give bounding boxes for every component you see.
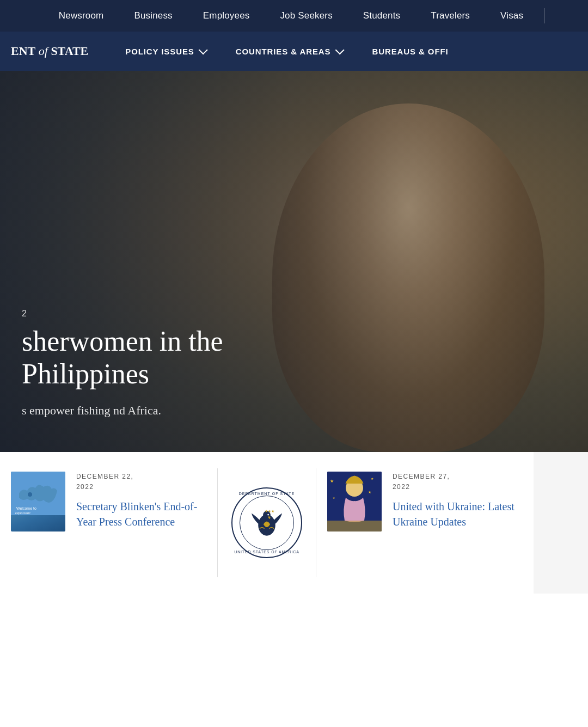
hero-label: 2 [22,309,240,319]
svg-point-6 [267,514,269,516]
seal-card: DEPARTMENT OF STATE [218,452,316,594]
seal-bottom-text: UNITED STATES OF AMERICA [234,550,299,554]
hero-section: 2 sherwomen in the Philippines s empower… [0,71,588,452]
chevron-down-icon [335,45,344,54]
nav-policy-issues[interactable]: POLICY ISSUES [110,32,220,71]
top-nav: Newsroom Business Employees Job Seekers … [0,0,588,32]
svg-text:★★★: ★★★ [265,509,274,513]
ukraine-thumb: ★ ★ ★ ★ [327,472,382,531]
main-nav-items: POLICY ISSUES COUNTRIES & AREAS BUREAUS … [110,32,588,71]
hero-subtitle: s empower fishing nd Africa. [22,401,240,419]
svg-text:★: ★ [368,490,371,494]
top-nav-business[interactable]: Business [119,10,187,21]
news-date-2: DECEMBER 27,2022 [393,472,520,492]
top-nav-job-seekers[interactable]: Job Seekers [265,10,347,21]
news-thumb-1: Welcome to Diplomatic [11,472,65,531]
svg-text:★: ★ [330,479,334,484]
news-text-1: DECEMBER 22,2022 Secretary Blinken's End… [76,472,204,529]
news-date-1: DECEMBER 22,2022 [76,472,204,492]
main-nav: ENT of STATE POLICY ISSUES COUNTRIES & A… [0,32,588,71]
svg-text:Welcome to: Welcome to [16,506,36,510]
news-card-1: Welcome to Diplomatic DECEMBER 22,2022 S… [0,452,217,594]
svg-text:Diplomatic: Diplomatic [15,511,30,515]
svg-point-1 [28,492,32,497]
news-overflow [534,452,588,594]
svg-text:★: ★ [371,477,373,480]
map-thumb: Welcome to Diplomatic [11,472,65,531]
top-nav-travelers[interactable]: Travelers [415,10,485,21]
department-seal: DEPARTMENT OF STATE [231,487,302,558]
top-nav-employees[interactable]: Employees [188,10,265,21]
top-nav-students[interactable]: Students [348,10,415,21]
news-title-1[interactable]: Secretary Blinken's End-of-Year Press Co… [76,499,204,529]
chevron-down-icon [198,45,207,54]
nav-bureaus[interactable]: BUREAUS & OFFI [357,32,464,71]
news-card-2: ★ ★ ★ ★ DECEMBER 27,2022 United with Ukr… [316,452,534,594]
logo-text: ENT of STATE [11,44,88,58]
news-title-2[interactable]: United with Ukraine: Latest Ukraine Upda… [393,499,520,529]
top-nav-visas[interactable]: Visas [485,10,538,21]
seal-inner: ★★★ [240,496,294,550]
top-nav-divider [544,8,544,23]
news-text-2: DECEMBER 27,2022 United with Ukraine: La… [393,472,520,529]
seal-top-text: DEPARTMENT OF STATE [239,492,295,496]
hero-title: sherwomen in the Philippines [22,325,240,390]
top-nav-newsroom[interactable]: Newsroom [44,10,119,21]
nav-countries-areas[interactable]: COUNTRIES & AREAS [220,32,357,71]
hero-content: 2 sherwomen in the Philippines s empower… [0,71,261,452]
news-thumb-2: ★ ★ ★ ★ [327,472,382,531]
news-section: Welcome to Diplomatic DECEMBER 22,2022 S… [0,452,588,594]
svg-rect-14 [327,521,382,531]
logo[interactable]: ENT of STATE [11,44,88,58]
